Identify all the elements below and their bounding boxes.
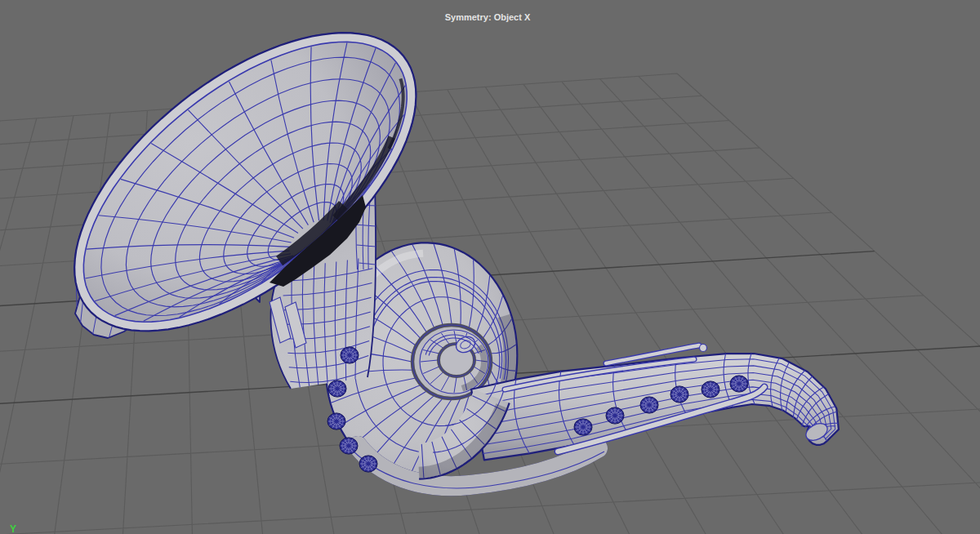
svg-text:Symmetry: Object X: Symmetry: Object X xyxy=(445,12,531,22)
svg-text:Y: Y xyxy=(10,523,16,534)
